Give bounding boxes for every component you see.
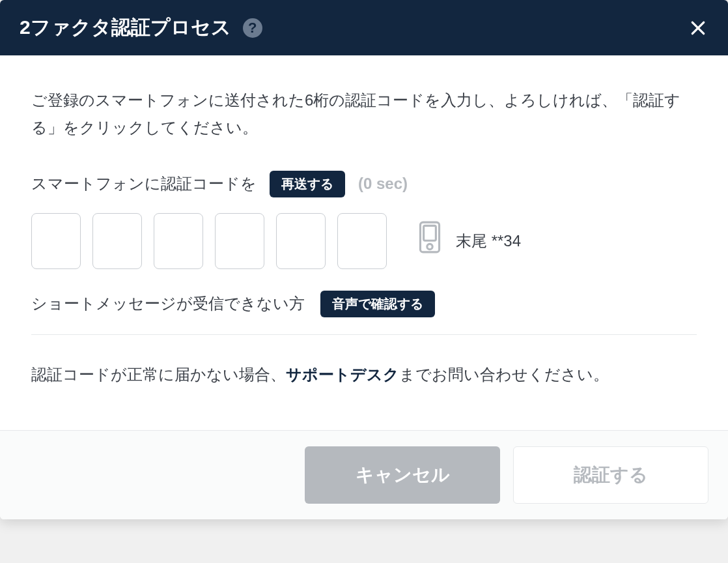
code-row: 末尾 **34 [31, 213, 697, 269]
phone-info: 末尾 **34 [415, 220, 521, 263]
voice-row: ショートメッセージが受信できない方 音声で確認する [31, 290, 697, 317]
two-factor-modal: 2ファクタ認証プロセス ? ご登録のスマートフォンに送付された6桁の認証コードを… [0, 0, 728, 519]
code-digit-4[interactable] [215, 213, 264, 269]
support-text: 認証コードが正常に届かない場合、サポートデスクまでお問い合わせください。 [31, 361, 697, 388]
support-desk-link[interactable]: サポートデスク [286, 366, 399, 383]
code-digit-5[interactable] [276, 213, 326, 269]
cancel-button[interactable]: キャンセル [305, 446, 500, 504]
modal-footer: キャンセル 認証する [0, 430, 728, 519]
resend-button[interactable]: 再送する [270, 171, 345, 197]
resend-row: スマートフォンに認証コードを 再送する (0 sec) [31, 170, 697, 197]
masked-phone-text: 末尾 **34 [456, 227, 521, 255]
modal-title: 2ファクタ認証プロセス [20, 14, 231, 41]
modal-body: ご登録のスマートフォンに送付された6桁の認証コードを入力し、よろしければ、「認証… [0, 55, 728, 430]
modal-title-wrap: 2ファクタ認証プロセス ? [20, 14, 262, 41]
svg-rect-3 [424, 225, 436, 240]
code-digit-1[interactable] [31, 213, 81, 269]
support-suffix: までお問い合わせください。 [399, 366, 609, 383]
close-icon[interactable] [688, 18, 708, 38]
resend-countdown: (0 sec) [358, 170, 408, 197]
voice-confirm-button[interactable]: 音声で確認する [320, 291, 435, 317]
code-inputs [31, 213, 387, 269]
code-digit-6[interactable] [337, 213, 387, 269]
phone-icon [415, 220, 444, 263]
support-prefix: 認証コードが正常に届かない場合、 [31, 366, 286, 383]
code-digit-2[interactable] [92, 213, 142, 269]
help-icon[interactable]: ? [243, 18, 262, 38]
confirm-button[interactable]: 認証する [513, 446, 708, 504]
divider [31, 334, 697, 335]
modal-header: 2ファクタ認証プロセス ? [0, 0, 728, 55]
voice-label: ショートメッセージが受信できない方 [31, 290, 305, 317]
svg-point-4 [427, 244, 432, 249]
code-digit-3[interactable] [154, 213, 203, 269]
instruction-text: ご登録のスマートフォンに送付された6桁の認証コードを入力し、よろしければ、「認証… [31, 87, 697, 141]
resend-label: スマートフォンに認証コードを [31, 170, 257, 197]
